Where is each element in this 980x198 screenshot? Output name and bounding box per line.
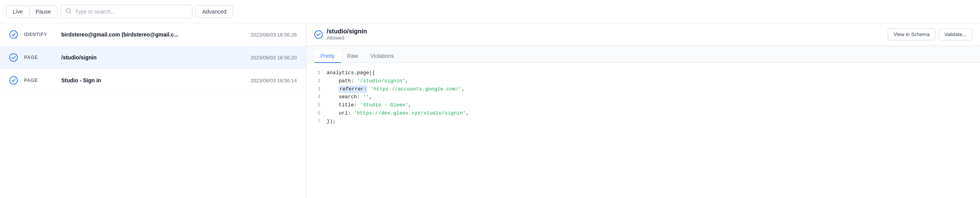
left-panel: IDENTIFY birdstereo@gmail.com (birdstere… [0, 23, 306, 198]
event-time: 2023/08/03 18:56:20 [251, 55, 297, 61]
line-content: path: '/studio/signin', [327, 77, 972, 85]
event-check-icon [9, 53, 18, 62]
event-check-icon [9, 76, 18, 85]
line-content: }); [327, 118, 972, 126]
event-time: 2023/08/03 18:56:14 [251, 78, 297, 83]
live-button[interactable]: Live [7, 6, 29, 17]
search-box [61, 5, 192, 18]
main-layout: IDENTIFY birdstereo@gmail.com (birdstere… [0, 23, 980, 198]
line-number: 5 [314, 101, 320, 109]
code-line: 6 url: 'https://dev.gleev.xyz/studio/sig… [314, 109, 972, 118]
code-line: 7 }); [314, 118, 972, 126]
tab-raw[interactable]: Raw [341, 50, 364, 63]
path-info: /studio/signin Allowed [327, 28, 367, 41]
line-number: 3 [314, 85, 320, 94]
event-time: 2023/08/03 18:56:26 [251, 32, 297, 38]
line-number: 4 [314, 93, 320, 101]
line-content: search: '', [327, 93, 972, 101]
svg-line-1 [70, 12, 71, 13]
event-row[interactable]: PAGE /studio/signin 2023/08/03 18:56:20 [0, 46, 306, 69]
right-panel: /studio/signin Allowed View in Schema Va… [306, 23, 980, 198]
line-content: referrer: 'https://accounts.google.com/'… [327, 85, 972, 94]
line-content: title: 'Studio - Gleev', [327, 101, 972, 109]
line-number: 1 [314, 69, 320, 77]
line-content: analytics.page({ [327, 69, 972, 77]
pause-button[interactable]: Pause [29, 6, 57, 17]
live-pause-group: Live Pause [6, 5, 57, 18]
event-name: Studio - Sign in [61, 77, 244, 83]
advanced-button[interactable]: Advanced [196, 5, 233, 18]
detail-header-left: /studio/signin Allowed [314, 28, 367, 41]
code-line: 5 title: 'Studio - Gleev', [314, 101, 972, 109]
tabs-row: PrettyRawViolations [306, 46, 980, 63]
header-actions: View in Schema Validate... [888, 28, 972, 40]
search-icon [66, 8, 72, 15]
search-input[interactable] [75, 9, 187, 15]
path-status: Allowed [327, 35, 367, 41]
tab-pretty[interactable]: Pretty [314, 50, 341, 63]
event-check-icon [9, 30, 18, 39]
event-type: PAGE [24, 55, 55, 60]
event-name: birdstereo@gmail.com (birdstereo@gmail.c… [61, 31, 244, 38]
code-line: 3 referrer: 'https://accounts.google.com… [314, 85, 972, 94]
path-name: /studio/signin [327, 28, 367, 35]
top-bar: Live Pause Advanced [0, 0, 980, 23]
line-number: 6 [314, 109, 320, 118]
event-row[interactable]: IDENTIFY birdstereo@gmail.com (birdstere… [0, 23, 306, 46]
tab-violations[interactable]: Violations [364, 50, 400, 63]
status-check-icon [314, 30, 323, 39]
line-number: 2 [314, 77, 320, 85]
validate-button[interactable]: Validate... [938, 28, 972, 40]
detail-header: /studio/signin Allowed View in Schema Va… [306, 23, 980, 46]
code-line: 2 path: '/studio/signin', [314, 77, 972, 85]
event-name: /studio/signin [61, 54, 244, 61]
event-type: IDENTIFY [24, 32, 55, 37]
event-row[interactable]: PAGE Studio - Sign in 2023/08/03 18:56:1… [0, 69, 306, 92]
line-content: url: 'https://dev.gleev.xyz/studio/signi… [327, 109, 972, 118]
code-line: 4 search: '', [314, 93, 972, 101]
code-line: 1 analytics.page({ [314, 69, 972, 77]
line-number: 7 [314, 118, 320, 126]
code-view: 1 analytics.page({ 2 path: '/studio/sign… [306, 63, 980, 198]
view-in-schema-button[interactable]: View in Schema [888, 28, 935, 40]
event-type: PAGE [24, 78, 55, 83]
